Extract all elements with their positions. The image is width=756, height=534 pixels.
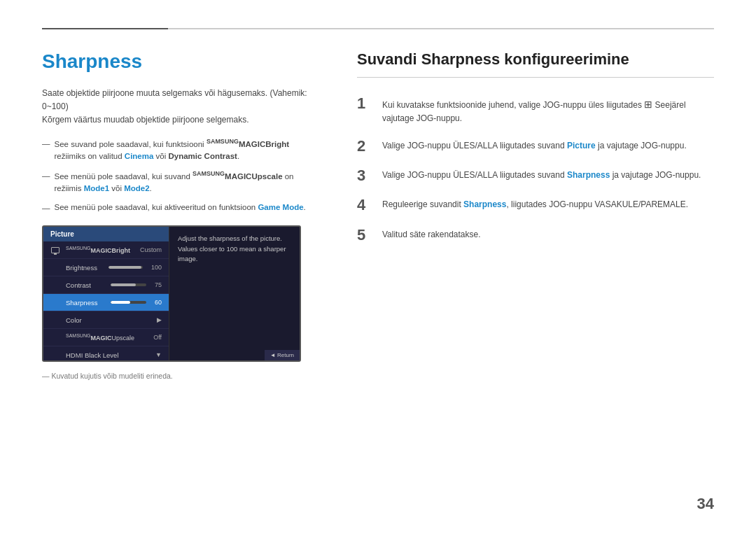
- upscale-icon: [50, 332, 60, 342]
- hdmi-icon: [50, 350, 60, 360]
- brightness-icon: [50, 262, 60, 272]
- color-icon: [50, 315, 60, 325]
- page-container: Sharpness Saate objektide piirjoone muut…: [0, 0, 756, 534]
- menu-item-contrast: Contrast 75: [43, 276, 169, 294]
- top-divider: [42, 28, 714, 29]
- menu-item-color: Color ▶: [43, 311, 169, 329]
- step-number-3: 3: [357, 167, 372, 185]
- step-text-3: Valige JOG-nuppu ÜLES/ALLA liigutades su…: [382, 167, 701, 182]
- step-number-1: 1: [357, 94, 372, 113]
- left-column: Sharpness Saate objektide piirjoone muut…: [42, 50, 315, 513]
- step-text-2: Valige JOG-nuppu ÜLES/ALLA liigutades su…: [382, 137, 687, 153]
- monitor-screenshot: Picture SAMSUNGMAGICBright Custom Bright…: [42, 225, 301, 362]
- screenshot-description: Adjust the sharpness of the picture. Val…: [169, 227, 300, 360]
- step-number-2: 2: [357, 137, 372, 155]
- step-text-1: Kui kuvatakse funktsioonide juhend, vali…: [382, 94, 714, 126]
- brightness-bar: [108, 266, 143, 269]
- menu-item-sharpness: Sharpness 60: [43, 294, 169, 311]
- return-bar: ◄ Return: [265, 350, 300, 360]
- bullet-dash-2: ―: [42, 170, 50, 182]
- menu-header: Picture: [43, 227, 169, 241]
- menu-item-magicbright: SAMSUNGMAGICBright Custom: [43, 241, 169, 259]
- step-item-1: 1 Kui kuvatakse funktsioonide juhend, va…: [357, 94, 714, 126]
- sharpness-icon: [50, 297, 60, 307]
- sharpness-bar: [111, 301, 147, 304]
- bullet-dash: ―: [42, 138, 50, 150]
- step-item-5: 5 Valitud säte rakendatakse.: [357, 226, 714, 244]
- steps-list: 1 Kui kuvatakse funktsioonide juhend, va…: [357, 94, 714, 244]
- menu-sidebar: Picture SAMSUNGMAGICBright Custom Bright…: [43, 227, 169, 360]
- step-number-5: 5: [357, 226, 372, 244]
- content-area: Sharpness Saate objektide piirjoone muut…: [42, 50, 714, 513]
- page-title: Sharpness: [42, 50, 315, 73]
- description-text-1: Saate objektide piirjoone muuta selgemak…: [42, 87, 315, 127]
- bullet-item-3: ― See menüü pole saadaval, kui aktiveeri…: [42, 202, 315, 214]
- bullet-item-1: ― See suvand pole saadaval, kui funktsio…: [42, 137, 315, 162]
- step-item-3: 3 Valige JOG-nuppu ÜLES/ALLA liigutades …: [357, 167, 714, 185]
- bullet-dash-3: ―: [42, 202, 50, 214]
- step-text-4: Reguleerige suvandit Sharpness, liigutad…: [382, 196, 688, 211]
- step-item-2: 2 Valige JOG-nuppu ÜLES/ALLA liigutades …: [357, 137, 714, 155]
- step-item-4: 4 Reguleerige suvandit Sharpness, liigut…: [357, 196, 714, 214]
- menu-item-brightness: Brightness 100: [43, 259, 169, 276]
- bullet-item-2: ― See menüü pole saadaval, kui suvand SA…: [42, 169, 315, 195]
- contrast-icon: [50, 280, 60, 290]
- menu-item-magicupscale: SAMSUNGMAGICUpscale Off: [43, 329, 169, 346]
- monitor-icon: [50, 245, 60, 255]
- step-number-4: 4: [357, 196, 372, 214]
- page-number: 34: [697, 495, 714, 513]
- step-text-5: Valitud säte rakendatakse.: [382, 226, 481, 241]
- menu-item-hdmi: HDMI Black Level ▼: [43, 346, 169, 362]
- section-title: Suvandi Sharpness konfigureerimine: [357, 50, 714, 78]
- contrast-bar: [111, 283, 147, 286]
- note-text: ― Kuvatud kujutis võib mudeliti erineda.: [42, 372, 315, 380]
- right-column: Suvandi Sharpness konfigureerimine 1 Kui…: [357, 50, 714, 513]
